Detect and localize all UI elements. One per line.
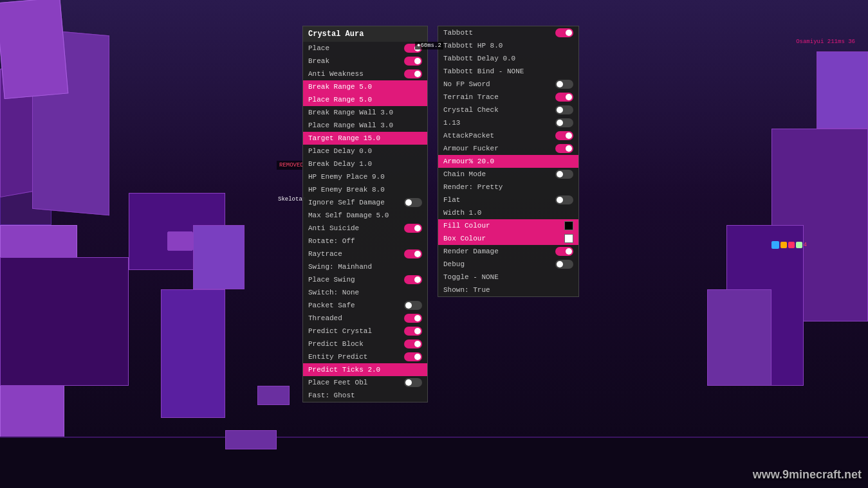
toggle-switch[interactable]	[555, 93, 573, 102]
toggle-switch[interactable]	[555, 247, 573, 256]
right-menu-item[interactable]: Debug	[438, 258, 578, 271]
left-menu-item[interactable]: Predict Ticks 2.0	[303, 363, 427, 376]
toggle-switch[interactable]	[404, 352, 422, 361]
left-menu-item[interactable]: Threaded	[303, 312, 427, 325]
toggle-switch[interactable]	[555, 195, 573, 204]
game-background	[0, 0, 868, 488]
right-menu-item[interactable]: 1.13	[438, 116, 578, 129]
right-menu-item[interactable]: Toggle - NONE	[438, 271, 578, 284]
toggle-switch[interactable]	[404, 224, 422, 233]
right-menu-item[interactable]: Fill Colour	[438, 219, 578, 232]
top-right-stats: Osamiyui 211ms 36	[796, 39, 855, 45]
menu-item-label: Render Damage	[443, 248, 555, 255]
left-menu-item[interactable]: Predict Crystal	[303, 325, 427, 338]
left-menu-item[interactable]: Target Range 15.0	[303, 132, 427, 145]
left-menu-item[interactable]: Packet Safe	[303, 299, 427, 312]
toggle-switch[interactable]	[555, 144, 573, 153]
left-menu-item[interactable]: Ignore Self Damage	[303, 196, 427, 209]
right-menu-item[interactable]: Tabbott HP 8.0	[438, 39, 578, 52]
menu-item-label: Box Colour	[443, 235, 564, 242]
right-menu-item[interactable]: Box Colour	[438, 232, 578, 245]
left-menu: Crystal Aura PlaceBreakAnti WeaknessBrea…	[302, 26, 428, 402]
right-menu-item[interactable]: Armour% 20.0	[438, 155, 578, 168]
toggle-switch[interactable]	[555, 105, 573, 114]
menu-item-label: HP Enemy Place 9.0	[308, 173, 422, 181]
toggle-switch[interactable]	[404, 198, 422, 207]
left-menu-item[interactable]: Fast: Ghost	[303, 389, 427, 402]
toggle-switch[interactable]	[555, 80, 573, 89]
menu-item-label: Raytrace	[308, 250, 404, 258]
left-menu-item[interactable]: Break Delay 1.0	[303, 158, 427, 170]
left-menu-item[interactable]: Place Feet Obl	[303, 376, 427, 389]
right-menu-item[interactable]: Armour Fucker	[438, 142, 578, 155]
menu-item-label: Break Delay 1.0	[308, 160, 422, 168]
right-menu-item[interactable]: No FP Sword	[438, 78, 578, 91]
left-menu-item[interactable]: Swing: Mainhand	[303, 260, 427, 273]
menu-item-label: Crystal Check	[443, 106, 555, 114]
toggle-knob	[414, 276, 421, 283]
left-menu-item[interactable]: Max Self Damage 5.0	[303, 209, 427, 222]
left-menu-item[interactable]: HP Enemy Place 9.0	[303, 170, 427, 183]
left-menu-item[interactable]: Place Range Wall 3.0	[303, 119, 427, 132]
menu-item-label: Place Feet Obl	[308, 379, 404, 386]
left-menu-item[interactable]: Anti Suicide	[303, 222, 427, 235]
toggle-switch[interactable]	[404, 339, 422, 348]
menu-item-label: Render: Pretty	[443, 183, 573, 191]
left-menu-item[interactable]: Place	[303, 42, 427, 55]
toggle-knob	[414, 354, 421, 360]
left-menu-item[interactable]: Raytrace	[303, 248, 427, 260]
right-menu-item[interactable]: Shown: True	[438, 284, 578, 296]
right-menu-item[interactable]: Width 1.0	[438, 206, 578, 219]
toggle-switch[interactable]	[404, 378, 422, 387]
right-menu-item[interactable]: Render: Pretty	[438, 181, 578, 194]
toggle-switch[interactable]	[555, 170, 573, 179]
menu-item-label: Rotate: Off	[308, 237, 422, 245]
toggle-switch[interactable]	[555, 28, 573, 37]
right-menu-item[interactable]: Flat	[438, 194, 578, 206]
left-menu-item[interactable]: Place Delay 0.0	[303, 145, 427, 158]
toggle-switch[interactable]	[404, 301, 422, 310]
left-menu-item[interactable]: Place Range 5.0	[303, 93, 427, 106]
toggle-switch[interactable]	[555, 118, 573, 127]
toggle-knob	[414, 328, 421, 334]
toggle-knob	[557, 81, 563, 87]
menu-item-label: Entity Predict	[308, 353, 404, 361]
left-menu-item[interactable]: HP Enemy Break 8.0	[303, 183, 427, 196]
right-menu-item[interactable]: Tabbott Delay 0.0	[438, 52, 578, 65]
menu-item-label: Fast: Ghost	[308, 392, 422, 399]
menu-item-label: Break Range Wall 3.0	[308, 109, 422, 116]
right-menu-item[interactable]: Tabbott Bind - NONE	[438, 65, 578, 78]
left-menu-item[interactable]: Break Range 5.0	[303, 80, 427, 93]
left-menu-item[interactable]: Place Swing	[303, 273, 427, 286]
menu-item-label: Packet Safe	[308, 302, 404, 309]
removed-label: REMOVED	[279, 162, 304, 168]
toggle-switch[interactable]	[555, 131, 573, 140]
toggle-switch[interactable]	[555, 260, 573, 269]
right-menu-item[interactable]: Render Damage	[438, 245, 578, 258]
toggle-switch[interactable]	[404, 57, 422, 66]
left-menu-item[interactable]: Predict Block	[303, 338, 427, 350]
right-menu-item[interactable]: Chain Mode	[438, 168, 578, 181]
left-menu-item[interactable]: Anti Weakness	[303, 68, 427, 80]
left-menu-item[interactable]: Rotate: Off	[303, 235, 427, 248]
menu-item-label: Fill Colour	[443, 222, 564, 230]
right-menu-item[interactable]: Crystal Check	[438, 104, 578, 116]
left-menu-item[interactable]: Break	[303, 55, 427, 68]
toggle-switch[interactable]	[404, 314, 422, 323]
color-swatch-white[interactable]	[564, 234, 573, 243]
left-menu-item[interactable]: Switch: None	[303, 286, 427, 299]
color-swatch-black[interactable]	[564, 221, 573, 230]
right-menu-item[interactable]: AttackPacket	[438, 129, 578, 142]
toggle-switch[interactable]	[404, 327, 422, 336]
right-menu-item[interactable]: Tabbott	[438, 26, 578, 39]
toggle-switch[interactable]	[404, 275, 422, 284]
right-menu-item[interactable]: Terrain Trace	[438, 91, 578, 104]
toggle-knob	[566, 30, 572, 36]
toggle-switch[interactable]	[404, 249, 422, 258]
menu-item-label: Armour% 20.0	[443, 158, 573, 165]
toggle-switch[interactable]	[404, 69, 422, 78]
left-menu-item[interactable]: Break Range Wall 3.0	[303, 106, 427, 119]
menu-item-label: Predict Ticks 2.0	[308, 366, 422, 374]
left-menu-item[interactable]: Entity Predict	[303, 350, 427, 363]
menu-item-label: Terrain Trace	[443, 93, 555, 101]
